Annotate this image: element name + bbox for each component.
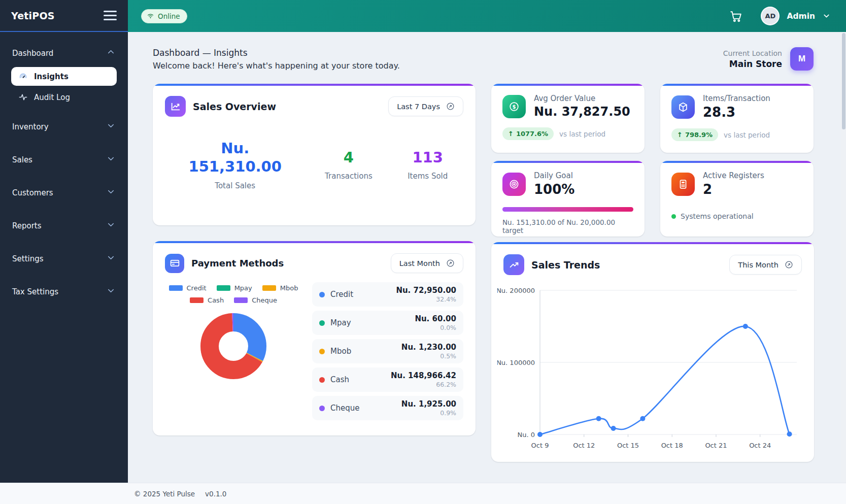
stat-transactions: 4Transactions [325,148,373,181]
kpi-card-items-transaction: Items/Transaction28.3↑798.9%vs last peri… [660,84,814,153]
payment-percent: 66.2% [391,381,456,388]
sidebar-item-audit-log[interactable]: Audit Log [11,88,117,107]
legend-label: Credit [187,284,207,292]
kpi-header: Items/Transaction28.3 [671,94,802,120]
sidebar-item-label: Insights [34,72,69,81]
chevron-down-icon[interactable] [822,12,831,20]
kpi-header: $Avg Order ValueNu. 37,827.50 [502,94,633,119]
chevron-down-icon [106,121,116,132]
cart-icon [729,10,742,23]
payment-amount: Nu. 60.00 [415,314,456,323]
color-dot-icon [319,377,325,383]
sales-trends-card: Sales Trends This Month Nu. 0Nu. 100000N… [491,242,814,462]
chevron-down-icon [106,187,116,198]
svg-text:$: $ [512,104,516,109]
kpi-card-active-registers: Active Registers2Systems operational [660,161,814,237]
kpi-title: Daily Goal [534,171,574,180]
legend-label: Cheque [252,296,277,304]
payment-methods-donut-chart [199,312,267,380]
color-dot-icon [319,320,325,326]
clock-arrow-icon [446,259,455,267]
sidebar-item-reports[interactable]: Reports [11,215,117,237]
menu-toggle-button[interactable] [104,11,117,20]
sales-trends-title: Sales Trends [531,259,600,271]
trend-badge: ↑798.9% [671,128,718,141]
stat-value: 113 [408,148,448,166]
sidebar-item-inventory[interactable]: Inventory [11,116,117,138]
sidebar-item-dashboard[interactable]: Dashboard [11,42,117,64]
legend-swatch [217,285,230,291]
color-dot-icon [319,406,325,411]
payment-percent: 0.0% [415,324,456,331]
payment-percent: 32.4% [396,295,456,303]
legend-label: Mpay [234,284,252,292]
header-actions: AD Admin [729,7,831,25]
payment-row-credit: CreditNu. 72,950.0032.4% [312,282,463,307]
chevron-down-icon [106,154,116,165]
payment-amount: Nu. 1,230.00 [401,343,456,352]
copyright-text: © 2025 Yeti Pulse [134,490,195,498]
app-window: YetiPOS DashboardInsightsAudit LogInvent… [0,0,846,504]
store-switcher-button[interactable]: M [790,47,814,71]
sidebar: YetiPOS DashboardInsightsAudit LogInvent… [0,0,128,483]
kpi-grid: $Avg Order ValueNu. 37,827.50↑1077.6%vs … [491,84,814,237]
sidebar-item-insights[interactable]: Insights [11,67,117,86]
color-dot-icon [319,349,325,354]
stat-label: Total Sales [181,181,290,190]
package-icon [671,95,695,119]
svg-text:Oct 12: Oct 12 [573,442,595,449]
svg-text:Oct 15: Oct 15 [617,442,639,449]
legend-item-cheque: Cheque [234,296,277,304]
sales-trends-chart: Nu. 0Nu. 100000Nu. 200000Oct 9Oct 12Oct … [497,282,802,454]
dollar-circle-icon: $ [502,95,526,118]
stat-items-sold: 113Items Sold [408,148,448,181]
avatar[interactable]: AD [761,7,780,25]
sidebar-item-sales[interactable]: Sales [11,149,117,171]
sidebar-item-settings[interactable]: Settings [11,248,117,270]
user-name: Admin [787,12,815,21]
sidebar-item-customers[interactable]: Customers [11,182,117,204]
kpi-value: 28.3 [703,105,770,120]
payment-amount: Nu. 1,925.00 [401,399,456,409]
kpi-title: Avg Order Value [534,94,630,103]
sales-overview-range-button[interactable]: Last 7 Days [388,96,463,116]
payment-methods-range-button[interactable]: Last Month [391,253,463,273]
main-content: Dashboard — Insights Welcome back! Here'… [128,32,846,483]
payment-name: Cash [330,375,349,384]
kpi-note: vs last period [559,130,605,138]
cart-button[interactable] [729,10,742,23]
status-label: Systems operational [681,212,754,220]
chart-line-icon [170,101,181,112]
payment-name: Mpay [330,318,351,327]
scrollbar-thumb[interactable] [842,33,845,129]
status-dot-icon [671,214,676,219]
payment-methods-title: Payment Methods [191,258,284,268]
trend-badge: ↑1077.6% [502,127,554,140]
sidebar-item-label: Dashboard [12,49,53,58]
payment-row-mpay: MpayNu. 60.000.0% [312,311,463,335]
chevron-down-icon [106,121,116,130]
trend-badge-value: 1077.6% [516,130,548,138]
scrollbar-track[interactable] [841,32,846,483]
sidebar-item-label: Audit Log [34,93,70,102]
kpi-card-daily-goal: Daily Goal100%Nu. 151,310.00 of Nu. 20,0… [491,161,645,237]
legend-swatch [262,285,276,291]
kpi-value: 100% [534,182,574,197]
svg-text:Oct 18: Oct 18 [661,442,683,449]
sales-overview-stats: Nu. 151,310.00Total Sales4Transactions11… [153,139,476,190]
sidebar-item-label: Settings [12,254,44,263]
goal-target-text: Nu. 151,310.00 of Nu. 20,000.00 target [502,218,633,234]
payment-amount: Nu. 72,950.00 [396,286,456,295]
sidebar-item-label: Tax Settings [12,287,58,296]
svg-text:Oct 9: Oct 9 [531,442,549,449]
sales-trends-range-button[interactable]: This Month [729,255,802,275]
sidebar-item-tax-settings[interactable]: Tax Settings [11,281,117,303]
credit-card-icon [170,258,180,268]
legend-swatch [190,297,204,303]
gauge-icon [18,72,28,81]
stat-value: Nu. 151,310.00 [181,139,290,176]
kpi-title: Active Registers [703,171,764,180]
legend-swatch [169,285,183,291]
wifi-icon [147,12,154,20]
online-status-badge: Online [141,9,187,23]
